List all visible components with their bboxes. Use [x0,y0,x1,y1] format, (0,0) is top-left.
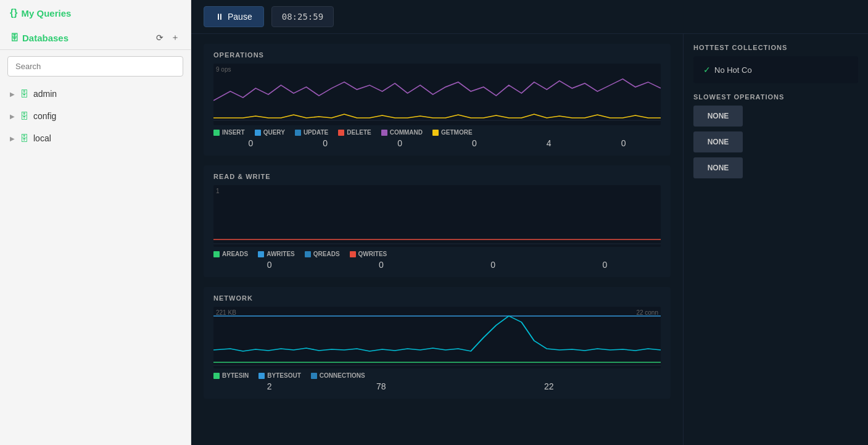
legend-dot-update [295,130,301,136]
read-write-chart-svg [213,185,661,247]
legend-qreads: QREADS [305,251,340,257]
db-stack-icon: 🗄 [10,33,19,43]
db-item-local[interactable]: ▶ 🗄 local [0,127,191,149]
network-y-label-right: 22 conn [636,309,658,316]
operations-legend: INSERT QUERY UPDATE DELETE [213,129,661,136]
legend-dot-qreads [305,251,311,257]
time-value: 08:25:59 [282,12,323,22]
db-icon-local: 🗄 [20,133,28,143]
legend-label-bytesout: BYTESOUT [267,372,300,379]
legend-label-qwrites: QWRITES [358,251,387,257]
legend-label-query: QUERY [263,129,285,136]
db-item-admin[interactable]: ▶ 🗄 admin [0,83,191,105]
network-chart-card: NETWORK 221 KB 22 conn [204,287,671,399]
read-write-chart-card: READ & WRITE 1 AREADS [204,165,671,277]
legend-dot-command [381,130,387,136]
slowest-item-1: NONE [693,131,858,152]
slowest-section: SLOWEST OPERATIONS NONE NONE NONE [693,93,858,178]
val-command: 4 [511,138,586,148]
legend-dot-connections [311,373,317,379]
legend-dot-query [255,130,261,136]
legend-label-update: UPDATE [304,129,328,136]
read-write-title: READ & WRITE [213,173,661,180]
legend-areads: AREADS [213,251,248,257]
legend-bytesin: BYTESIN [213,372,249,379]
legend-dot-awrites [258,251,264,257]
legend-label-awrites: AWRITES [267,251,295,257]
db-arrow-local: ▶ [10,135,15,142]
db-item-config[interactable]: ▶ 🗄 config [0,105,191,127]
legend-qwrites: QWRITES [350,251,387,257]
network-y-label: 221 KB [216,309,236,316]
db-name-admin: admin [33,89,57,99]
read-write-y-label: 1 [216,188,220,194]
databases-row: 🗄 Databases ⟳ ＋ [0,26,191,50]
operations-y-label: 9 ops [216,66,231,73]
main-content: ⏸ Pause 08:25:59 OPERATIONS 9 ops [191,0,868,445]
legend-delete: DELETE [338,129,371,136]
slowest-none-button-1[interactable]: NONE [693,131,743,152]
slowest-item-0: NONE [693,106,858,127]
no-hot-label: No Hot Co [714,65,752,75]
val-areads: 0 [213,260,325,270]
operations-title: OPERATIONS [213,51,661,59]
header-bar: ⏸ Pause 08:25:59 [191,0,868,34]
val-update: 0 [363,138,437,148]
legend-dot-qwrites [350,251,356,257]
db-icon-config: 🗄 [20,111,28,121]
legend-label-delete: DELETE [347,129,371,136]
operations-chart-container: 9 ops [213,64,661,125]
slowest-none-button-0[interactable]: NONE [693,106,743,127]
val-getmore: 0 [586,138,661,148]
network-chart-container: 221 KB 22 conn [213,307,661,368]
db-action-icons: ⟳ ＋ [155,31,181,44]
db-arrow-config: ▶ [10,113,15,120]
val-awrites: 0 [325,260,437,270]
legend-dot-areads [213,251,220,257]
legend-awrites: AWRITES [258,251,295,257]
slowest-title: SLOWEST OPERATIONS [693,93,858,101]
dashboard: OPERATIONS 9 ops INSERT [191,34,868,445]
right-panel: HOTTEST COLLECTIONS ✓ No Hot Co SLOWEST … [683,34,868,445]
charts-area: OPERATIONS 9 ops INSERT [191,34,683,445]
legend-connections: CONNECTIONS [311,372,365,379]
operations-chart-card: OPERATIONS 9 ops INSERT [204,44,671,156]
add-database-button[interactable]: ＋ [170,31,181,44]
legend-dot-delete [338,130,344,136]
legend-query: QUERY [255,129,285,136]
legend-label-qreads: QREADS [313,251,340,257]
legend-label-bytesin: BYTESIN [222,372,249,379]
legend-command: COMMAND [381,129,423,136]
braces-icon: {} [10,7,17,19]
sidebar: {} My Queries 🗄 Databases ⟳ ＋ ▶ 🗄 admin … [0,0,191,445]
val-bytesin: 2 [213,381,325,391]
legend-dot-insert [213,130,220,136]
slowest-none-button-2[interactable]: NONE [693,157,743,178]
db-name-local: local [33,133,51,143]
db-arrow-admin: ▶ [10,91,15,98]
legend-dot-bytesin [213,373,220,379]
legend-bytesout: BYTESOUT [258,372,300,379]
legend-label-areads: AREADS [222,251,248,257]
my-queries-label: My Queries [21,8,71,19]
refresh-button[interactable]: ⟳ [155,31,165,44]
read-write-values: 0 0 0 0 [213,260,661,270]
databases-label: Databases [22,33,68,43]
legend-label-connections: CONNECTIONS [320,372,365,379]
network-values: 2 78 22 [213,381,661,391]
operations-values: 0 0 0 0 4 0 [213,138,661,148]
val-qwrites: 0 [549,260,661,270]
val-delete: 0 [437,138,511,148]
read-write-chart-container: 1 [213,185,661,247]
val-bytesout: 78 [325,381,437,391]
slowest-items-list: NONE NONE NONE [693,106,858,178]
read-write-legend: AREADS AWRITES QREADS QWRITES [213,251,661,257]
legend-label-insert: INSERT [222,129,245,136]
network-legend: BYTESIN BYTESOUT CONNECTIONS [213,372,661,379]
legend-update: UPDATE [295,129,328,136]
pause-button[interactable]: ⏸ Pause [204,6,264,27]
operations-chart-svg [213,64,661,125]
my-queries-item[interactable]: {} My Queries [0,0,191,26]
legend-dot-getmore [432,130,439,136]
search-input[interactable] [7,56,183,77]
